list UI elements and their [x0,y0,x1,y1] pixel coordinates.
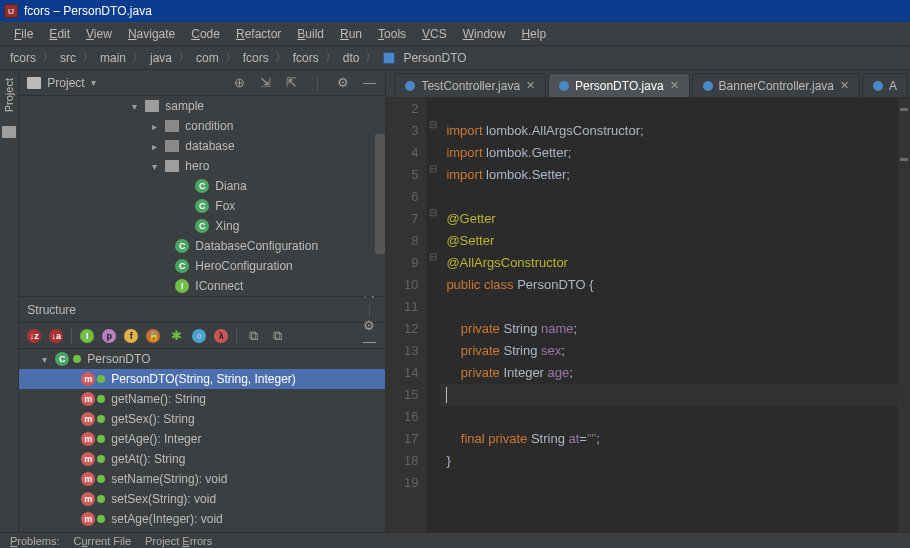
locate-icon[interactable]: ⊕ [231,75,247,91]
expand-all-icon[interactable]: ⇲ [257,75,273,91]
code-line[interactable]: final private String at=""; [446,428,910,450]
code-line[interactable]: private String sex; [446,340,910,362]
project-tree-item[interactable]: CDatabaseConfiguration [19,236,385,256]
structure-item[interactable]: msetSex(String): void [19,489,385,509]
code-line[interactable] [446,98,910,120]
caret-icon[interactable]: ▾ [149,161,159,172]
code-line[interactable]: private Integer age; [446,362,910,384]
show-lambdas-icon[interactable]: λ [214,329,228,343]
bottom-tab[interactable]: Current File [74,535,131,547]
sort-visibility-icon[interactable]: ↓a [49,329,63,343]
sort-alpha-icon[interactable]: ↓z [27,329,41,343]
code-line[interactable]: @Setter [446,230,910,252]
project-tree-item[interactable]: ▸database [19,136,385,156]
bookmarks-tool-icon[interactable] [2,126,16,138]
code-line[interactable]: import lombok.Setter; [446,164,910,186]
structure-item[interactable]: msetAge(Integer): void [19,509,385,529]
show-anonymous-icon[interactable]: ○ [192,329,206,343]
hide-panel-icon[interactable]: — [361,75,377,91]
close-tab-icon[interactable]: ✕ [670,79,679,92]
breadcrumb-item[interactable]: main [100,51,126,65]
project-tree-item[interactable]: CXing [19,216,385,236]
show-interfaces-icon[interactable]: I [80,329,94,343]
breadcrumb-item[interactable]: com [196,51,219,65]
breadcrumb-item[interactable]: PersonDTO [403,51,466,65]
autoscroll-to-source-icon[interactable]: ⧉ [245,328,261,344]
code-line[interactable] [446,406,910,428]
code-line[interactable] [446,186,910,208]
project-tool-button[interactable]: Project [3,74,15,116]
editor-tab[interactable]: TestController.java✕ [394,73,546,97]
code-editor[interactable]: 2345678910111213141516171819 ⊟⊟⊟⊟ import… [386,98,910,532]
project-tree-item[interactable]: CDiana [19,176,385,196]
structure-item[interactable]: mPersonDTO(String, String, Integer) [19,369,385,389]
structure-item[interactable]: mgetName(): String [19,389,385,409]
breadcrumb-item[interactable]: fcors [243,51,269,65]
editor-tab[interactable]: PersonDTO.java✕ [548,73,689,97]
structure-tree[interactable]: ▾CPersonDTOmPersonDTO(String, String, In… [19,349,385,532]
show-inherited-icon[interactable]: 🔒 [146,329,160,343]
project-tree-item[interactable]: CHeroConfiguration [19,256,385,276]
show-properties-icon[interactable]: p [102,329,116,343]
fold-toggle-icon[interactable]: ⊟ [428,164,438,174]
editor-tab[interactable]: A [862,73,908,97]
code-line[interactable]: public class PersonDTO { [446,274,910,296]
menu-file[interactable]: File [8,25,39,43]
fold-toggle-icon[interactable]: ⊟ [428,208,438,218]
project-tree-scrollbar[interactable] [375,134,385,254]
menu-navigate[interactable]: Navigate [122,25,181,43]
project-tree-item[interactable]: ▾hero [19,156,385,176]
breadcrumb-item[interactable]: fcors [293,51,319,65]
filter-icon[interactable]: ✱ [168,328,184,344]
caret-icon[interactable]: ▾ [129,101,139,112]
structure-item[interactable]: mgetSex(): String [19,409,385,429]
menu-view[interactable]: View [80,25,118,43]
fold-toggle-icon[interactable]: ⊟ [428,120,438,130]
menu-edit[interactable]: Edit [43,25,76,43]
code-line[interactable]: @AllArgsConstructor [446,252,910,274]
structure-item[interactable]: mgetAge(): Integer [19,429,385,449]
code-line[interactable]: import lombok.AllArgsConstructor; [446,120,910,142]
code-line[interactable] [446,472,910,494]
close-tab-icon[interactable]: ✕ [840,79,849,92]
code-line[interactable]: private String name; [446,318,910,340]
menu-code[interactable]: Code [185,25,226,43]
editor-scrollbar[interactable] [898,98,910,532]
project-tree-item[interactable]: ▾sample [19,96,385,116]
code-line[interactable] [446,296,910,318]
code-line[interactable]: } [446,450,910,472]
project-tree[interactable]: ▾sample▸condition▸database▾heroCDianaCFo… [19,96,385,296]
breadcrumb-item[interactable]: dto [343,51,360,65]
caret-icon[interactable]: ▸ [149,141,159,152]
menu-help[interactable]: Help [515,25,552,43]
bottom-tab[interactable]: Problems: [10,535,60,547]
structure-item[interactable]: mgetAt(): String [19,449,385,469]
menu-refactor[interactable]: Refactor [230,25,287,43]
breadcrumb-item[interactable]: java [150,51,172,65]
autoscroll-from-source-icon[interactable]: ⧉ [269,328,285,344]
project-tree-item[interactable]: ▸condition [19,116,385,136]
structure-item[interactable]: msetName(String): void [19,469,385,489]
show-fields-icon[interactable]: f [124,329,138,343]
gear-icon[interactable]: ⚙ [335,75,351,91]
menu-build[interactable]: Build [291,25,330,43]
collapse-all-icon[interactable]: ⇱ [283,75,299,91]
project-tree-item[interactable]: CFox [19,196,385,216]
code-area[interactable]: import lombok.AllArgsConstructor;import … [440,98,910,532]
menu-vcs[interactable]: VCS [416,25,453,43]
code-line[interactable] [446,384,910,406]
breadcrumb-item[interactable]: fcors [10,51,36,65]
bottom-tab[interactable]: Project Errors [145,535,212,547]
code-line[interactable]: import lombok.Getter; [446,142,910,164]
fold-toggle-icon[interactable]: ⊟ [428,252,438,262]
close-tab-icon[interactable]: ✕ [526,79,535,92]
fold-gutter[interactable]: ⊟⊟⊟⊟ [426,98,440,532]
project-view-dropdown-icon[interactable]: ▾ [91,77,96,88]
menu-run[interactable]: Run [334,25,368,43]
caret-icon[interactable]: ▾ [39,354,49,365]
code-line[interactable]: @Getter [446,208,910,230]
structure-root[interactable]: ▾CPersonDTO [19,349,385,369]
editor-tab[interactable]: BannerController.java✕ [692,73,860,97]
menu-tools[interactable]: Tools [372,25,412,43]
caret-icon[interactable]: ▸ [149,121,159,132]
